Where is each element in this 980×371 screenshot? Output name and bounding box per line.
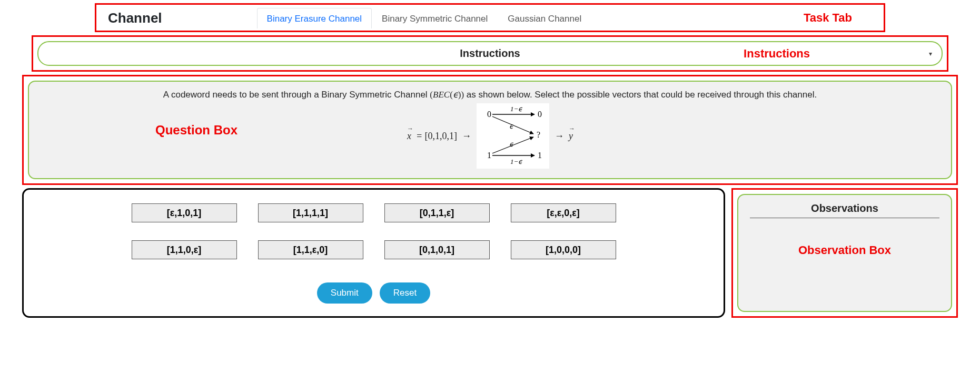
option-button[interactable]: [1,1,1,1] xyxy=(258,203,363,222)
node-bot-right: 1 xyxy=(538,151,542,160)
action-row: Submit Reset xyxy=(317,282,430,304)
node-bot-left: 1 xyxy=(487,151,491,160)
arrow-icon-2: → xyxy=(555,131,564,141)
instructions-accordion[interactable]: Instructions ▾ xyxy=(37,41,943,66)
x-vector-symbol: x xyxy=(407,131,411,141)
p-flip-top: ϵ xyxy=(509,122,514,130)
option-button[interactable]: [1,1,0,ε] xyxy=(132,240,237,259)
chevron-down-icon: ▾ xyxy=(929,50,932,57)
option-button[interactable]: [0,1,1,ε] xyxy=(384,203,490,222)
option-button[interactable]: [1,0,0,0] xyxy=(511,240,616,259)
tab-binary-symmetric[interactable]: Binary Symmetric Channel xyxy=(372,8,498,28)
task-tab-annotation: Task Tab xyxy=(804,11,852,25)
bottom-row: [ε,1,0,1] [1,1,1,1] [0,1,1,ε] [ε,ε,0,ε] … xyxy=(22,188,958,318)
instructions-label: Instructions xyxy=(460,47,520,60)
question-prompt-post: as shown below. Select the possible vect… xyxy=(467,90,817,100)
question-prompt: A codeword needs to be sent through a Bi… xyxy=(42,89,938,100)
instructions-region: Instructions ▾ Instructions xyxy=(32,35,948,72)
submit-button[interactable]: Submit xyxy=(317,282,372,304)
channel-title: Channel xyxy=(108,10,162,26)
task-tab-region: Channel Binary Erasure Channel Binary Sy… xyxy=(95,3,885,32)
diagram-y-side: → y xyxy=(555,131,573,142)
observations-title: Observations xyxy=(750,202,939,218)
observations-annotation: Observation Box xyxy=(798,243,891,257)
node-mid-right: ? xyxy=(537,130,540,139)
p-flip-bot: ϵ xyxy=(509,140,514,148)
observations-card: Observations Observation Box xyxy=(737,194,952,312)
observations-region: Observations Observation Box xyxy=(731,188,958,318)
options-grid: [ε,1,0,1] [1,1,1,1] [0,1,1,ε] [ε,ε,0,ε] … xyxy=(132,203,616,259)
channel-diagram: x = [0,1,0,1] → 0 0 ? 1 1 xyxy=(42,103,938,169)
bec-diagram-svg: 0 0 ? 1 1 1−ϵ 1−ϵ ϵ ϵ xyxy=(477,103,549,169)
diagram-x-side: x = [0,1,0,1] → xyxy=(407,131,471,142)
tab-gaussian[interactable]: Gaussian Channel xyxy=(498,8,591,28)
option-button[interactable]: [1,1,ε,0] xyxy=(258,240,363,259)
arrow-icon: → xyxy=(462,131,471,141)
question-card: A codeword needs to be sent through a Bi… xyxy=(28,81,952,179)
channel-tab-group: Binary Erasure Channel Binary Symmetric … xyxy=(257,8,592,28)
option-button[interactable]: [ε,ε,0,ε] xyxy=(511,203,616,222)
question-prompt-pre: A codeword needs to be sent through a Bi… xyxy=(163,90,430,100)
node-top-right: 0 xyxy=(538,110,542,119)
p-keep-top: 1−ϵ xyxy=(510,105,523,113)
p-keep-bot: 1−ϵ xyxy=(510,158,523,165)
options-panel: [ε,1,0,1] [1,1,1,1] [0,1,1,ε] [ε,ε,0,ε] … xyxy=(22,188,725,318)
task-tab-bar: Channel Binary Erasure Channel Binary Sy… xyxy=(102,8,878,28)
reset-button[interactable]: Reset xyxy=(380,282,430,304)
x-vector-value: [0,1,0,1] xyxy=(425,131,458,141)
node-top-left: 0 xyxy=(487,110,491,119)
question-region: A codeword needs to be sent through a Bi… xyxy=(22,75,958,185)
tab-binary-erasure[interactable]: Binary Erasure Channel xyxy=(257,8,372,28)
option-button[interactable]: [ε,1,0,1] xyxy=(132,203,237,222)
option-button[interactable]: [0,1,0,1] xyxy=(384,240,490,259)
y-vector-symbol: y xyxy=(569,131,573,141)
